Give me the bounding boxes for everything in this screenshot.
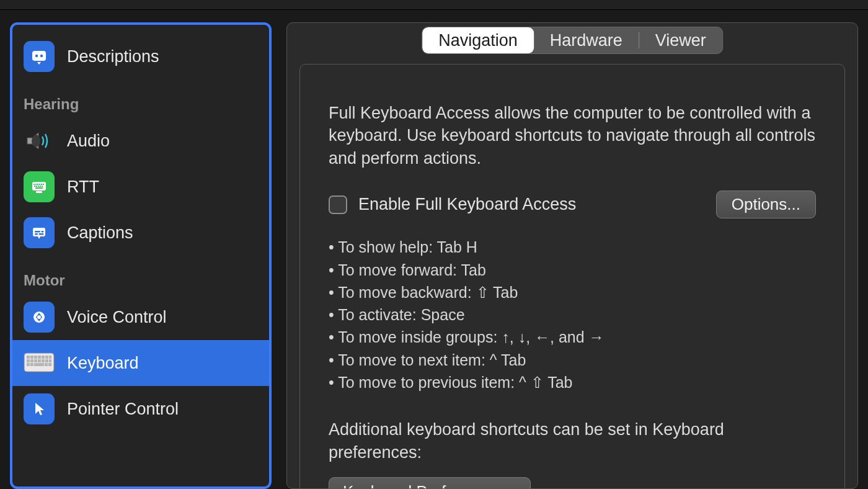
shortcut-item: To move backward: ⇧ Tab: [329, 281, 816, 303]
preferences-window: Descriptions Hearing Audio: [0, 10, 868, 489]
sidebar-section-hearing: Hearing: [12, 79, 269, 118]
tab-viewer[interactable]: Viewer: [639, 27, 722, 53]
sidebar-item-label: Captions: [67, 223, 133, 243]
tab-navigation[interactable]: Navigation: [422, 27, 534, 53]
svg-rect-21: [35, 233, 38, 235]
sidebar-item-rtt[interactable]: RTT: [12, 164, 269, 210]
svg-rect-10: [43, 184, 44, 185]
sidebar: Descriptions Hearing Audio: [10, 22, 272, 489]
enable-full-keyboard-label: Enable Full Keyboard Access: [358, 195, 576, 214]
options-button[interactable]: Options...: [716, 191, 816, 218]
sidebar-item-audio[interactable]: Audio: [12, 118, 269, 164]
tab-label: Hardware: [550, 31, 622, 50]
sidebar-section-motor: Motor: [12, 256, 269, 294]
sidebar-item-pointer-control[interactable]: Pointer Control: [12, 386, 269, 432]
shortcut-list: To show help: Tab H To move forward: Tab…: [329, 236, 816, 393]
descriptions-icon: [24, 41, 55, 72]
sidebar-item-label: Voice Control: [67, 308, 167, 327]
shortcut-item: To show help: Tab H: [329, 236, 816, 258]
svg-rect-12: [36, 186, 37, 187]
svg-rect-37: [42, 359, 45, 362]
tab-label: Viewer: [655, 31, 706, 50]
svg-rect-6: [35, 184, 37, 185]
sidebar-item-label: Keyboard: [67, 354, 139, 373]
svg-rect-26: [27, 356, 30, 359]
svg-rect-33: [27, 359, 30, 362]
svg-rect-22: [39, 233, 44, 235]
svg-rect-27: [30, 356, 33, 359]
svg-rect-40: [27, 363, 30, 366]
svg-rect-43: [45, 363, 48, 366]
sidebar-item-captions[interactable]: Captions: [12, 210, 269, 256]
svg-rect-32: [49, 356, 51, 359]
shortcut-item: To move to previous item: ^ ⇧ Tab: [329, 371, 816, 393]
svg-rect-14: [40, 186, 41, 187]
sidebar-item-label: Descriptions: [67, 47, 159, 66]
svg-rect-9: [41, 184, 42, 185]
description-text: Full Keyboard Access allows the computer…: [329, 102, 816, 169]
tab-label: Navigation: [438, 31, 518, 50]
sidebar-item-descriptions[interactable]: Descriptions: [12, 34, 269, 79]
svg-rect-8: [39, 184, 40, 185]
svg-rect-13: [38, 186, 39, 187]
svg-rect-35: [34, 359, 37, 362]
additional-text: Additional keyboard shortcuts can be set…: [329, 418, 816, 464]
svg-rect-20: [42, 231, 44, 233]
svg-rect-29: [38, 356, 41, 359]
svg-rect-7: [37, 184, 38, 185]
tab-hardware[interactable]: Hardware: [534, 27, 639, 53]
svg-rect-34: [30, 359, 33, 362]
svg-rect-38: [45, 359, 48, 362]
svg-point-3: [32, 135, 40, 147]
svg-rect-19: [35, 231, 40, 233]
sidebar-item-voice-control[interactable]: Voice Control: [12, 294, 269, 340]
svg-point-2: [40, 55, 43, 57]
svg-rect-28: [34, 356, 37, 359]
main-pane: Navigation Hardware Viewer Full Keyboard…: [286, 22, 858, 489]
svg-rect-17: [36, 191, 42, 193]
enable-row: Enable Full Keyboard Access Options...: [329, 191, 816, 218]
sidebar-item-label: Audio: [67, 132, 110, 151]
enable-full-keyboard-checkbox[interactable]: [329, 195, 347, 214]
keyboard-preferences-button[interactable]: Keyboard Preferences...: [329, 477, 531, 489]
settings-group: Full Keyboard Access allows the computer…: [299, 64, 845, 489]
voice-control-icon: [24, 302, 55, 333]
svg-rect-16: [35, 187, 43, 189]
shortcut-item: To move forward: Tab: [329, 259, 816, 281]
keyboard-icon: [24, 348, 55, 379]
tab-bar: Navigation Hardware Viewer: [299, 28, 845, 58]
audio-icon: [24, 125, 55, 156]
svg-rect-30: [42, 356, 45, 359]
rtt-icon: [24, 171, 55, 202]
svg-rect-39: [49, 359, 51, 362]
sidebar-item-label: RTT: [67, 177, 99, 197]
shortcut-item: To move to next item: ^ Tab: [329, 349, 816, 371]
svg-rect-11: [34, 186, 35, 187]
svg-rect-5: [33, 184, 35, 185]
svg-rect-0: [32, 51, 46, 61]
svg-rect-44: [48, 363, 51, 366]
svg-rect-36: [38, 359, 41, 362]
svg-rect-31: [45, 356, 48, 359]
svg-rect-41: [30, 363, 33, 366]
svg-rect-42: [34, 363, 44, 366]
sidebar-item-label: Pointer Control: [67, 400, 179, 419]
svg-point-24: [37, 315, 41, 319]
shortcut-item: To move inside groups: ↑, ↓, ←, and →: [329, 326, 816, 348]
svg-point-1: [35, 55, 38, 57]
pointer-control-icon: [24, 393, 55, 424]
window-titlebar: [0, 0, 868, 10]
svg-rect-15: [42, 186, 43, 187]
sidebar-item-keyboard[interactable]: Keyboard: [12, 340, 269, 386]
shortcut-item: To activate: Space: [329, 303, 816, 326]
captions-icon: [24, 217, 55, 248]
